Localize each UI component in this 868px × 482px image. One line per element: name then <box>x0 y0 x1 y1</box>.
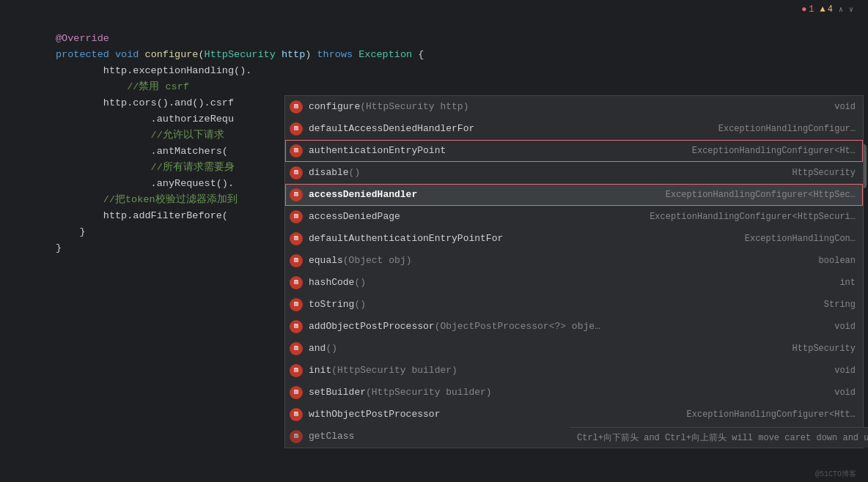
autocomplete-type: boolean <box>819 253 856 269</box>
autocomplete-type: int <box>839 275 856 291</box>
autocomplete-item[interactable]: m withObjectPostProcessor ExceptionHandl… <box>285 404 863 426</box>
autocomplete-item[interactable]: m accessDeniedPage ExceptionHandlingConf… <box>285 206 863 228</box>
autocomplete-type: String <box>824 297 856 313</box>
autocomplete-name: setBuilder(HttpSecurity builder) <box>309 385 492 401</box>
autocomplete-name: equals(Object obj) <box>309 253 411 269</box>
autocomplete-item-accessdeniedhandler[interactable]: m accessDeniedHandler ExceptionHandlingC… <box>285 184 863 206</box>
method-icon: m <box>290 364 303 377</box>
method-icon: m <box>290 166 303 179</box>
autocomplete-name: and() <box>309 341 337 357</box>
autocomplete-name: disable() <box>309 165 360 181</box>
method-icon: m <box>290 254 303 267</box>
hint-bar: Ctrl+向下箭头 and Ctrl+向上箭头 will move caret … <box>570 427 868 448</box>
method-icon: m <box>290 430 303 443</box>
method-icon: m <box>290 320 303 333</box>
autocomplete-item[interactable]: m defaultAuthenticationEntryPointFor Exc… <box>285 228 863 250</box>
autocomplete-item[interactable]: m equals(Object obj) boolean <box>285 250 863 272</box>
error-badge: ● 1 <box>801 4 814 15</box>
autocomplete-name: configure(HttpSecurity http) <box>309 99 468 115</box>
method-icon: m <box>290 100 303 114</box>
autocomplete-item[interactable]: m and() HttpSecurity <box>285 338 863 360</box>
warning-count: 4 <box>828 4 833 15</box>
autocomplete-item[interactable]: m configure(HttpSecurity http) void <box>285 96 863 118</box>
autocomplete-item[interactable]: m hashCode() int <box>285 272 863 294</box>
warning-icon: ▲ <box>820 4 825 15</box>
autocomplete-type: HttpSecurity <box>792 165 856 181</box>
autocomplete-type: HttpSecurity <box>792 341 856 357</box>
autocomplete-type: void <box>834 319 856 335</box>
method-icon: m <box>290 408 303 421</box>
warning-badge: ▲ 4 <box>820 4 833 15</box>
autocomplete-name: hashCode() <box>309 275 366 291</box>
autocomplete-item[interactable]: m defaultAccessDeniedHandlerFor Exceptio… <box>285 118 863 140</box>
error-icon: ● <box>801 4 806 15</box>
method-icon: m <box>290 232 303 245</box>
code-line: http.exceptionHandling(). <box>0 63 868 79</box>
method-icon: m <box>290 122 303 136</box>
chevron-down-icon[interactable]: ∨ <box>849 5 853 14</box>
autocomplete-name: defaultAuthenticationEntryPointFor <box>309 231 503 247</box>
autocomplete-name: addObjectPostProcessor(ObjectPostProcess… <box>309 319 600 335</box>
method-icon: m <box>290 298 303 311</box>
autocomplete-name: withObjectPostProcessor <box>309 407 440 423</box>
autocomplete-item[interactable]: m toString() String <box>285 294 863 316</box>
autocomplete-item[interactable]: m disable() HttpSecurity <box>285 162 863 184</box>
hint-text: Ctrl+向下箭头 and Ctrl+向上箭头 will move caret … <box>577 431 868 444</box>
autocomplete-type: ExceptionHandlingConfigurer<HttpSecuri… <box>650 209 856 225</box>
method-icon: m <box>290 188 303 201</box>
method-icon: m <box>290 276 303 289</box>
code-line: //禁用 csrf <box>0 79 868 95</box>
chevron-up-icon[interactable]: ∧ <box>839 5 843 14</box>
autocomplete-dropdown: m configure(HttpSecurity http) void m de… <box>284 95 864 448</box>
autocomplete-type: ExceptionHandlingConfigurer<HttpSec… <box>666 187 856 203</box>
autocomplete-type: ExceptionHandlingCon… <box>745 231 856 247</box>
autocomplete-type: ExceptionHandlingConfigurer<Ht… <box>692 143 856 159</box>
watermark: @51CTO博客 <box>815 469 856 479</box>
autocomplete-type: void <box>834 99 856 115</box>
autocomplete-item[interactable]: m setBuilder(HttpSecurity builder) void <box>285 382 863 404</box>
code-line: @Override <box>0 31 868 47</box>
status-bar: ● 1 ▲ 4 ∧ ∨ <box>801 4 853 15</box>
autocomplete-item[interactable]: m addObjectPostProcessor(ObjectPostProce… <box>285 316 863 338</box>
method-icon: m <box>290 210 303 223</box>
autocomplete-name: defaultAccessDeniedHandlerFor <box>309 121 474 137</box>
autocomplete-item-authenticationentrypoint[interactable]: m authenticationEntryPoint ExceptionHand… <box>285 140 863 162</box>
autocomplete-name: init(HttpSecurity builder) <box>309 363 457 379</box>
method-icon: m <box>290 342 303 355</box>
autocomplete-type: ExceptionHandlingConfigurer<Htt… <box>687 407 856 423</box>
autocomplete-name: accessDeniedPage <box>309 209 400 225</box>
autocomplete-name: toString() <box>309 297 366 313</box>
error-count: 1 <box>809 4 814 15</box>
method-icon: m <box>290 144 303 157</box>
code-editor: ● 1 ▲ 4 ∧ ∨ @Override protected void con… <box>0 0 868 482</box>
autocomplete-item[interactable]: m init(HttpSecurity builder) void <box>285 360 863 382</box>
code-line: protected void configure(HttpSecurity ht… <box>0 47 868 63</box>
autocomplete-name: authenticationEntryPoint <box>309 143 446 159</box>
autocomplete-name: getClass <box>309 429 354 445</box>
autocomplete-type: ExceptionHandlingConfigur… <box>718 121 856 137</box>
autocomplete-name: accessDeniedHandler <box>309 187 417 203</box>
autocomplete-type: void <box>834 363 856 379</box>
autocomplete-type: void <box>834 385 856 401</box>
method-icon: m <box>290 386 303 399</box>
